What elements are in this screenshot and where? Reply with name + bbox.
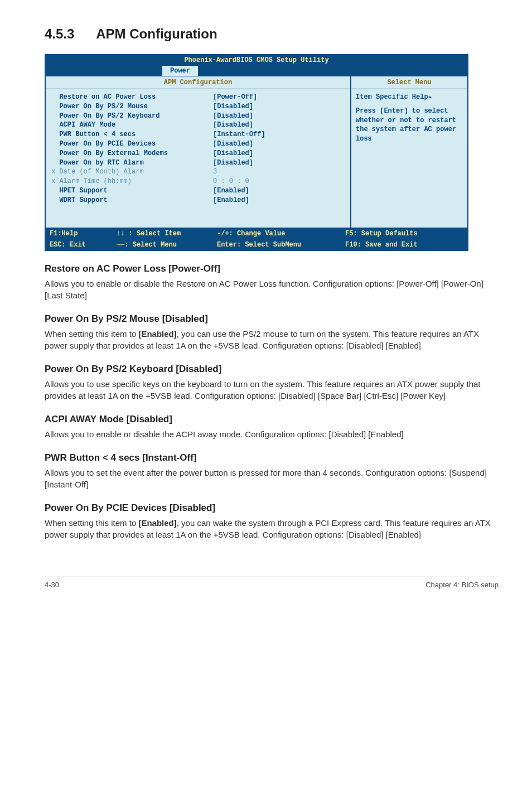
bios-setting-value: [Disabled] — [213, 102, 253, 112]
bios-setting-row[interactable]: x Alarm Time (hh:mm)0 : 0 : 0 — [51, 177, 345, 186]
bios-setting-value: [Enabled] — [213, 186, 249, 196]
bios-left-pane: APM Configuration Restore on AC Power Lo… — [45, 76, 351, 228]
subsection-body: Allows you to enable or disable the ACPI… — [45, 428, 499, 440]
help-heading: Item Specific Help — [356, 93, 428, 101]
bios-setting-row[interactable]: Power On By PCIE Devices[Disabled] — [51, 139, 345, 149]
bios-setting-row[interactable]: Restore on AC Power Loss[Power-Off] — [51, 93, 345, 102]
footer-help-key: F1:Help — [50, 230, 117, 238]
footer-select-menu: →←: Select Menu — [117, 241, 217, 249]
bios-setting-label: Power On By PCIE Devices — [51, 139, 213, 149]
bios-setting-row[interactable]: PWR Button < 4 secs[Instant-Off] — [51, 130, 345, 139]
subsection-heading: Power On By PS/2 Mouse [Disabled] — [45, 313, 499, 325]
bios-setting-value: 3 — [213, 167, 217, 177]
bios-setting-row[interactable]: Power On By External Modems[Disabled] — [51, 149, 345, 158]
bios-footer: F1:Help ↑↓ : Select Item -/+: Change Val… — [45, 228, 468, 239]
bios-setting-label: x Alarm Time (hh:mm) — [51, 177, 213, 186]
bios-setting-label: WDRT Support — [51, 196, 213, 205]
footer-select-submenu: Enter: Select SubMenu — [217, 241, 345, 249]
subsection-heading: Power On By PCIE Devices [Disabled] — [45, 503, 499, 514]
bios-setting-value: [Instant-Off] — [213, 130, 265, 139]
bios-setting-label: Power On By PS/2 Keyboard — [51, 112, 213, 121]
subsection-heading: PWR Button < 4 secs [Instant-Off] — [45, 452, 499, 463]
subsection-body: Allows you to set the event after the po… — [45, 467, 499, 490]
bios-setting-row[interactable]: Power On By PS/2 Keyboard[Disabled] — [51, 112, 345, 121]
bios-setting-label: PWR Button < 4 secs — [51, 130, 213, 139]
footer-exit-key: ESC: Exit — [50, 241, 117, 249]
subsection-body: When setting this item to [Enabled], you… — [45, 328, 499, 351]
section-number: 4.5.3 — [45, 26, 74, 41]
bios-setting-row[interactable]: x Date (of Month) Alarm 3 — [51, 167, 345, 177]
bios-setting-row[interactable]: Power On By PS/2 Mouse[Disabled] — [51, 102, 345, 112]
bios-setting-label: Power On By External Modems — [51, 149, 213, 158]
bios-setting-value: [Enabled] — [213, 196, 249, 205]
bios-footer-2: ESC: Exit →←: Select Menu Enter: Select … — [45, 239, 468, 250]
bios-left-header: APM Configuration — [46, 76, 350, 89]
footer-setup-defaults: F5: Setup Defaults — [345, 230, 463, 238]
bios-setting-value: [Disabled] — [213, 112, 253, 121]
right-arrow-icon — [428, 93, 433, 101]
bios-tab-power[interactable]: Power — [162, 66, 198, 76]
bios-setting-row[interactable]: ACPI AWAY Mode[Disabled] — [51, 120, 345, 130]
bios-setting-value: [Disabled] — [213, 139, 253, 149]
bios-tab-row: Power — [45, 66, 468, 76]
chapter-label: Chapter 4: BIOS setup — [425, 581, 499, 589]
subsection-body: Allows you to enable or disable the Rest… — [45, 278, 499, 301]
bios-setting-label: Power On by RTC Alarm — [51, 158, 213, 168]
subsection-body: Allows you to use specific keys on the k… — [45, 378, 499, 402]
bios-setting-label: Restore on AC Power Loss — [51, 93, 213, 102]
help-body: Press [Enter] to select whether or not t… — [356, 107, 463, 144]
bios-setting-label: HPET Support — [51, 186, 213, 196]
bios-setting-label: x Date (of Month) Alarm — [51, 167, 213, 177]
footer-change-value: -/+: Change Value — [217, 230, 345, 238]
footer-select-item: ↑↓ : Select Item — [117, 230, 217, 238]
bios-right-pane: Select Menu Item Specific Help Press [En… — [351, 76, 468, 228]
bios-setting-label: Power On By PS/2 Mouse — [51, 102, 213, 112]
bios-setting-value: [Disabled] — [213, 120, 253, 130]
bios-setting-value: [Power-Off] — [213, 93, 257, 102]
bios-setting-value: 0 : 0 : 0 — [213, 177, 249, 186]
bios-setting-row[interactable]: Power On by RTC Alarm[Disabled] — [51, 158, 345, 168]
section-title: APM Configuration — [96, 26, 217, 41]
bios-help-text: Item Specific Help Press [Enter] to sele… — [351, 89, 467, 147]
bios-setting-row[interactable]: HPET Support[Enabled] — [51, 186, 345, 196]
subsection-heading: ACPI AWAY Mode [Disabled] — [45, 414, 499, 425]
bios-title-bar: Phoenix-AwardBIOS CMOS Setup Utility — [45, 55, 468, 66]
bios-right-header: Select Menu — [351, 76, 467, 89]
subsection-body: When setting this item to [Enabled], you… — [45, 517, 499, 540]
bios-setting-label: ACPI AWAY Mode — [51, 120, 213, 130]
bios-setting-value: [Disabled] — [213, 158, 253, 168]
footer-save-exit: F10: Save and Exit — [345, 241, 463, 249]
bios-settings-list: Restore on AC Power Loss[Power-Off] Powe… — [46, 89, 350, 228]
subsection-heading: Power On By PS/2 Keyboard [Disabled] — [45, 364, 499, 375]
page-footer: 4-30 Chapter 4: BIOS setup — [45, 577, 499, 589]
page-heading: 4.5.3 APM Configuration — [45, 22, 499, 43]
subsection-heading: Restore on AC Power Loss [Power-Off] — [45, 263, 499, 274]
bios-setting-row[interactable]: WDRT Support[Enabled] — [51, 196, 345, 205]
bios-setting-value: [Disabled] — [213, 149, 253, 158]
page-number: 4-30 — [45, 581, 59, 589]
bios-panel: Phoenix-AwardBIOS CMOS Setup Utility Pow… — [45, 54, 468, 251]
